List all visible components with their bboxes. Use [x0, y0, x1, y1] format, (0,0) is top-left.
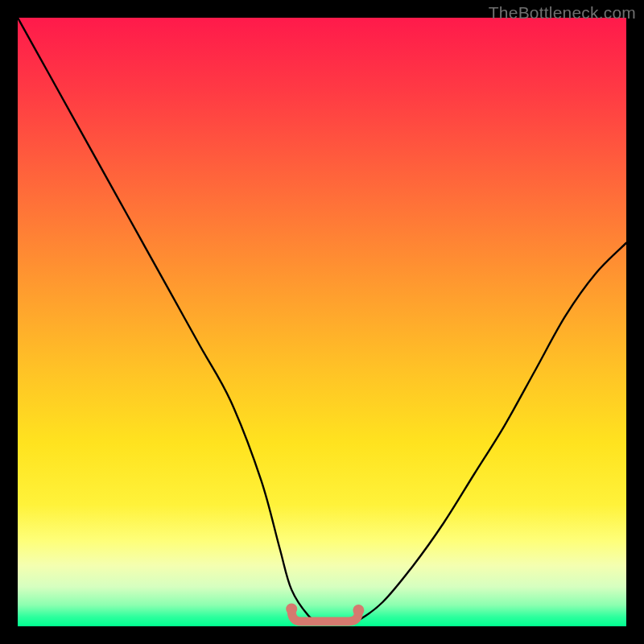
plot-area	[18, 18, 626, 626]
flat-segment-right-cap	[353, 605, 364, 616]
chart-frame: TheBottleneck.com	[0, 0, 644, 644]
bottleneck-curve	[18, 18, 626, 624]
curve-layer	[18, 18, 626, 626]
watermark-text: TheBottleneck.com	[489, 3, 636, 23]
flat-segment-left-cap	[286, 603, 297, 614]
flat-segment-highlight	[291, 610, 358, 621]
